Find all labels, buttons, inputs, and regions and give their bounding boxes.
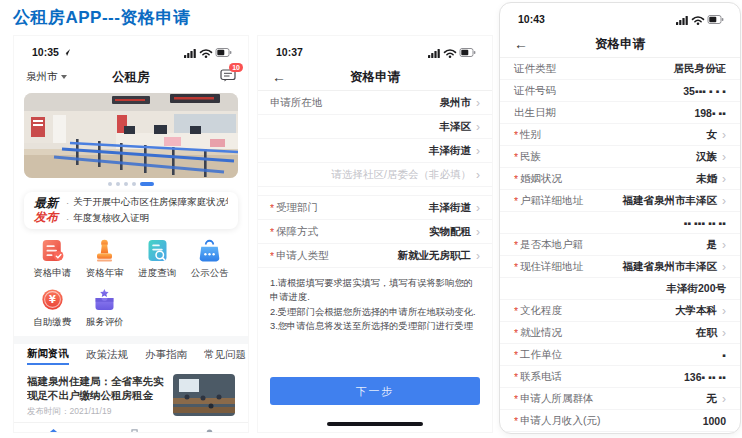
- form-row[interactable]: *就业情况 在职 ›: [500, 322, 740, 344]
- nav-listings[interactable]: 房源: [92, 423, 170, 432]
- nav-home[interactable]: 首页: [14, 423, 92, 432]
- carousel-dot-active[interactable]: [140, 182, 154, 186]
- form-row[interactable]: * 丰泽街200号 ›: [500, 278, 740, 300]
- tab-policies[interactable]: 政策法规: [86, 348, 128, 364]
- application-form-rows: *申请所在地 泉州市 › * 丰泽区 › * 丰泽街道 › *: [258, 91, 492, 268]
- carousel-dot[interactable]: [132, 182, 136, 186]
- chevron-down-icon: [61, 75, 67, 79]
- form-row[interactable]: *户籍详细地址 福建省泉州市丰泽区 ›: [500, 190, 740, 212]
- field-label: *证件类型: [514, 62, 556, 76]
- grid-item-label: 自助缴费: [33, 316, 71, 329]
- form-row[interactable]: * 丰泽区 ›: [258, 115, 492, 139]
- form-row[interactable]: *工作单位 ▪ ›: [500, 344, 740, 366]
- tab-guides[interactable]: 办事指南: [145, 348, 187, 364]
- form-row[interactable]: * ▪▪ ▪▪▪ ▪▪ ▪▪ ›: [500, 212, 740, 234]
- section-divider-band: [14, 336, 248, 344]
- field-label: *婚姻状况: [514, 172, 562, 186]
- grid-item-annual-review[interactable]: 资格年审: [79, 237, 132, 280]
- field-value: 35▪▪▪ ▪ ▪ ▪: [683, 85, 726, 97]
- tab-news[interactable]: 新闻资讯: [27, 347, 69, 365]
- form-row[interactable]: *是否本地户籍 是 ›: [500, 234, 740, 256]
- form-row[interactable]: *证件类型 居民身份证 ›: [500, 58, 740, 80]
- messages-button[interactable]: 10: [220, 68, 236, 86]
- home-indicator[interactable]: [327, 422, 423, 426]
- city-label: 泉州市: [26, 70, 58, 84]
- news-list-item[interactable]: 福建泉州住建局：全省率先实现足不出户缴纳公租房租金 发布时间：2021/11/1…: [14, 368, 248, 422]
- form-row[interactable]: * 丰泽街道 ›: [258, 139, 492, 163]
- form-row[interactable]: *出生日期 198▪ ▪▪ ›: [500, 102, 740, 124]
- field-value: 女: [707, 128, 718, 142]
- nav-header: ← 资格申请: [500, 31, 740, 58]
- form-row[interactable]: *文化程度 大学本科 ›: [500, 300, 740, 322]
- required-asterisk: *: [514, 173, 518, 185]
- grid-item-self-pay[interactable]: ¥ 自助缴费: [26, 286, 79, 329]
- chevron-right-icon: ›: [722, 173, 726, 185]
- form-row[interactable]: *申请人月收入(元) 1000 ›: [500, 410, 740, 432]
- flash-tag-bottom: 发布: [34, 211, 58, 224]
- next-step-button[interactable]: 下一步: [270, 377, 480, 405]
- field-value: 汉族: [696, 150, 717, 164]
- carousel-dot[interactable]: [108, 182, 112, 186]
- service-review-icon: [91, 286, 118, 313]
- grid-item-progress-query[interactable]: 进度查询: [131, 237, 184, 280]
- signal-wifi-battery-icons: [184, 47, 232, 58]
- buildings-icon: [124, 428, 139, 432]
- form-row[interactable]: *现住详细地址 福建省泉州市丰泽区 ›: [500, 256, 740, 278]
- required-asterisk: *: [270, 250, 274, 262]
- field-value: 实物配租: [429, 225, 471, 239]
- carousel-dot[interactable]: [116, 182, 120, 186]
- form-row[interactable]: * 请选择社区/居委会（非必填） ›: [258, 163, 492, 187]
- form-row[interactable]: *证件号码 35▪▪▪ ▪ ▪ ▪ ›: [500, 80, 740, 102]
- field-label: *申请人所属群体: [514, 392, 594, 406]
- carousel-dots[interactable]: [14, 178, 248, 190]
- form-row[interactable]: *民族 汉族 ›: [500, 146, 740, 168]
- field-value: 136▪ ▪▪ ▪▪: [684, 371, 726, 383]
- form-row[interactable]: *联系电话 136▪ ▪▪ ▪▪ ›: [500, 366, 740, 388]
- form-row[interactable]: *申请人所属群体 无 ›: [500, 388, 740, 410]
- status-time: 10:37: [276, 46, 303, 58]
- field-label: *申请人月收入(元): [514, 414, 601, 428]
- announcement-icon: [196, 237, 223, 264]
- flash-tag-top: 最新: [34, 197, 58, 210]
- phone-apply-detail-screen: 10:43 ← 资格申请 *证件类型 居民身份证 › *证件号码: [499, 2, 741, 434]
- grid-item-qualification-apply[interactable]: 资格申请: [26, 237, 79, 280]
- nav-profile[interactable]: 我的: [170, 423, 248, 432]
- field-value: 新就业无房职工: [398, 249, 472, 263]
- carousel-dot[interactable]: [124, 182, 128, 186]
- hero-carousel-photo[interactable]: [24, 93, 238, 178]
- form-row[interactable]: *申请人类型 新就业无房职工 ›: [258, 244, 492, 268]
- field-label: *户籍详细地址: [514, 194, 583, 208]
- grid-item-announcements[interactable]: 公示公告: [184, 237, 237, 280]
- form-row[interactable]: *受理部门 丰泽街道 ›: [258, 195, 492, 220]
- progress-search-icon: [144, 237, 171, 264]
- required-asterisk: *: [270, 202, 274, 214]
- chevron-right-icon: ›: [722, 151, 726, 163]
- app-header: 泉州市 公租房 10: [14, 64, 248, 90]
- field-value: 丰泽街道: [429, 144, 471, 158]
- field-label: *联系电话: [514, 370, 562, 384]
- note-line: 1.请根据填写要求据实填写，填写有误将影响您的申请进度.: [270, 276, 480, 305]
- grid-item-service-review[interactable]: 服务评价: [79, 286, 132, 329]
- service-grid: 资格申请 资格年审 进度查询: [14, 237, 248, 329]
- flash-item[interactable]: ·关于开展中心市区住房保障家庭状况年度复核工…: [66, 196, 228, 209]
- form-row[interactable]: *性别 女 ›: [500, 124, 740, 146]
- required-asterisk: *: [514, 129, 518, 141]
- field-label: *现住详细地址: [514, 260, 583, 274]
- field-value: 未婚: [696, 172, 717, 186]
- form-row[interactable]: *申请所在地 泉州市 ›: [258, 91, 492, 115]
- latest-news-flash: 最新 发布 ·关于开展中心市区住房保障家庭状况年度复核工… ·年度复核收入证明: [24, 192, 238, 229]
- form-notes: 1.请根据填写要求据实填写，填写有误将影响您的申请进度.2.受理部门会根据您所选…: [258, 268, 492, 334]
- flash-item[interactable]: ·年度复核收入证明: [66, 212, 228, 225]
- back-icon[interactable]: ←: [272, 70, 286, 84]
- news-publish-time: 发布时间：2021/11/19: [27, 406, 165, 418]
- city-selector[interactable]: 泉州市: [26, 70, 67, 84]
- status-bar: 10:35: [14, 36, 248, 64]
- back-icon[interactable]: ←: [514, 37, 528, 51]
- news-thumbnail: [173, 374, 235, 416]
- form-row[interactable]: *婚姻状况 未婚 ›: [500, 168, 740, 190]
- tab-faq[interactable]: 常见问题: [204, 348, 246, 364]
- chevron-right-icon: ›: [722, 327, 726, 339]
- form-row[interactable]: *保障方式 实物配租 ›: [258, 220, 492, 244]
- field-label: *性别: [514, 128, 541, 142]
- phone-apply-step1-screen: 10:37 ← 资格申请 *申请所在地 泉州市 › * 丰泽区: [258, 36, 492, 432]
